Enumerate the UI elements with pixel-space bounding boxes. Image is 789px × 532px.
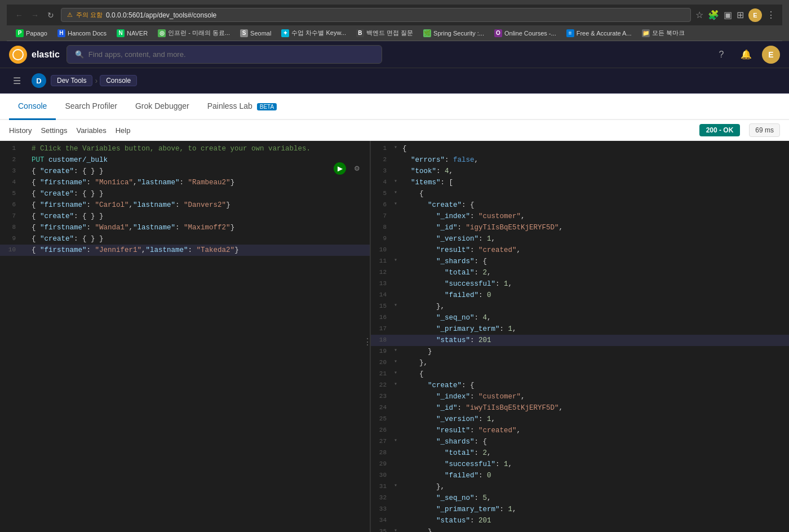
code-line: 5▾ { [371,188,789,200]
menu-icon[interactable]: ⋮ [766,10,775,20]
line-number: 16 [371,312,391,323]
run-button[interactable]: ▶ [334,162,346,175]
code-line: 22▾ "create": { [371,380,789,391]
inflearn-label: 인프런 - 미래의 동료... [168,29,230,37]
all-bookmarks-icon: 📁 [642,29,650,37]
fold-indicator[interactable]: ▾ [391,526,400,532]
elastic-logo[interactable]: elastic [9,46,60,64]
line-number: 17 [371,323,391,334]
bookmark-inflearn[interactable]: ◎ 인프런 - 미래의 동료... [153,28,234,38]
line-content: }, [400,357,789,369]
left-editor-panel[interactable]: ▶ ⚙ 1# Click the Variables button, above… [0,141,371,532]
line-content: "_seq_no": 5, [400,493,789,504]
line-content: "_id": "igyTiIsBqE5tKjERYF5D", [400,222,789,233]
search-icon: 🔍 [75,50,84,59]
breadcrumb-bar: ☰ D Dev Tools › Console [0,68,789,94]
variables-button[interactable]: Variables [76,124,106,137]
line-content: "successful": 1, [400,278,789,290]
line-number: 2 [0,154,20,165]
line-content: "total": 2, [400,267,789,278]
tab-console[interactable]: Console [9,94,56,120]
sidebar-icon[interactable]: ▣ [724,10,732,20]
left-code-editor[interactable]: 1# Click the Variables button, above, to… [0,141,370,532]
seomal-icon: S [240,29,248,37]
tab-search-profiler[interactable]: Search Profiler [56,94,126,120]
keyword-icon: ✦ [281,29,289,37]
bookmark-seomal[interactable]: S Seomal [236,28,276,38]
painless-lab-label: Painless Lab [207,101,252,110]
spring-label: Spring Security :... [433,30,484,37]
line-content: # Click the Variables button, above, to … [29,143,370,154]
breadcrumb-devtools[interactable]: Dev Tools [51,75,92,86]
line-content: "_version": 1, [400,414,789,425]
hancom-label: Hancom Docs [68,30,107,37]
line-content: "_primary_term": 1, [400,323,789,335]
bookmark-spring[interactable]: 🌿 Spring Security :... [419,28,489,38]
bookmark-hancom[interactable]: H Hancom Docs [53,28,111,38]
fold-indicator[interactable]: ▾ [391,177,400,186]
fold-indicator[interactable]: ▾ [391,357,400,366]
hamburger-menu-button[interactable]: ☰ [9,73,25,88]
history-button[interactable]: History [9,124,32,137]
fold-indicator[interactable]: ▾ [391,301,400,310]
refresh-button[interactable]: ↻ [45,10,56,21]
tab-painless-lab[interactable]: Painless Lab BETA [198,94,286,120]
line-content: }, [400,481,789,493]
app-icon-badge: D [32,73,46,88]
bookmark-keyword[interactable]: ✦ 수업 차수별 Keyw... [277,28,351,38]
line-content: PUT customer/_bulk [29,154,370,166]
elastic-search-bar[interactable]: 🔍 Find apps, content, and more. [67,45,382,64]
line-number: 19 [371,346,391,357]
bookmark-backend[interactable]: B 백엔드 면접 질문 [352,28,418,38]
papago-icon: P [16,29,24,37]
back-button[interactable]: ← [14,10,25,21]
code-line: 26 "result": "created", [371,425,789,436]
extension-icon[interactable]: 🧩 [708,10,719,20]
panel-divider[interactable]: ⋮ [363,336,371,347]
code-line: 27▾ "_shards": { [371,436,789,447]
bookmark-papago[interactable]: P Papago [11,28,52,38]
fold-indicator[interactable]: ▾ [391,200,400,209]
settings-button[interactable]: Settings [41,124,67,137]
bookmark-naver[interactable]: N NAVER [112,28,152,38]
bookmark-online[interactable]: O Online Courses -... [490,28,561,38]
line-number: 27 [371,436,391,447]
fold-indicator[interactable]: ▾ [391,256,400,265]
help-icon-btn[interactable]: ? [712,46,730,64]
tab-grok-debugger[interactable]: Grok Debugger [126,94,198,120]
notifications-icon-btn[interactable]: 🔔 [737,46,755,64]
fold-indicator[interactable]: ▾ [391,346,400,355]
split-icon[interactable]: ⊞ [737,10,744,20]
line-content: "_shards": { [400,256,789,267]
fold-indicator[interactable]: ▾ [391,436,400,445]
status-badge: 200 - OK [699,124,741,136]
forward-button[interactable]: → [29,10,41,21]
line-content: "_primary_term": 1, [400,504,789,515]
code-line: 6▾ "create": { [371,200,789,211]
url-bar[interactable]: ⚠ 주의 요함 0.0.0.0:5601/app/dev_tools#/cons… [61,8,691,22]
fold-indicator[interactable]: ▾ [391,188,400,197]
code-line: 23 "_index": "customer", [371,391,789,402]
bookmark-icon[interactable]: ☆ [695,10,703,20]
free-label: Free & Accurate A... [577,30,632,37]
line-content: { "firstname": "Car1ol","lastname": "Dan… [29,200,370,211]
bookmark-all[interactable]: 📁 모든 북마크 [637,28,689,38]
fold-indicator[interactable]: ▾ [391,380,400,389]
help-button[interactable]: Help [116,124,131,137]
code-line: 4▾ "items": [ [371,177,789,188]
bookmark-free[interactable]: ≡ Free & Accurate A... [562,28,636,38]
profile-avatar[interactable]: E [748,8,762,22]
code-line: 10{ "firstname": "Jennifer1","lastname":… [0,245,370,256]
line-content: "failed": 0 [400,290,789,301]
elastic-logo-icon [9,46,27,64]
bookmarks-bar: P Papago H Hancom Docs N NAVER ◎ 인프런 - 미… [7,25,782,41]
fold-indicator[interactable]: ▾ [391,143,400,152]
user-avatar[interactable]: E [762,46,780,64]
fold-indicator[interactable]: ▾ [391,369,400,378]
fold-indicator[interactable]: ▾ [391,481,400,490]
code-line: 7 "_index": "customer", [371,211,789,222]
breadcrumb-console[interactable]: Console [100,75,137,86]
editor-settings-button[interactable]: ⚙ [351,162,363,175]
line-content: "total": 2, [400,447,789,459]
line-content: "status": 201 [400,515,789,526]
